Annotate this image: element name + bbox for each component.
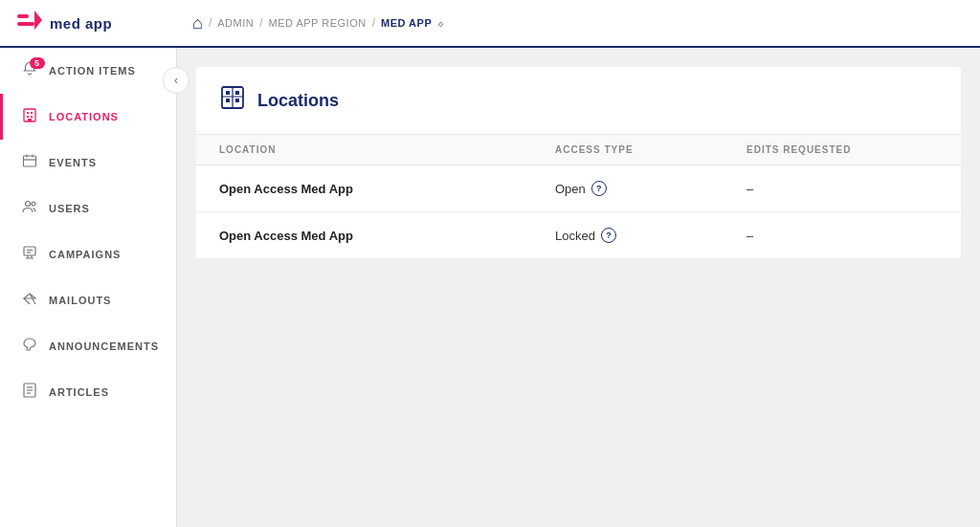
access-type-label-1: Open: [555, 182, 586, 196]
table-header: LOCATION ACCESS TYPE EDITS REQUESTED: [196, 135, 961, 165]
svg-rect-4: [27, 112, 29, 114]
logo-icon: [15, 7, 42, 40]
svg-marker-2: [34, 11, 42, 30]
help-icon-2[interactable]: ?: [601, 228, 616, 243]
logo-area: med app: [15, 7, 192, 40]
table-row: Open Access Med App Open ? –: [196, 165, 961, 212]
users-icon: [20, 199, 39, 218]
sidebar: ‹ Action Items 5: [0, 48, 177, 527]
top-bar: med app ⌂ / ADMIN / MED APP REGION / MED…: [0, 0, 980, 48]
sidebar-item-articles[interactable]: Articles: [0, 369, 176, 415]
main-content: Locations LOCATION ACCESS TYPE EDITS REQ…: [177, 48, 980, 527]
edits-requested-2: –: [746, 229, 938, 243]
building-icon: [20, 107, 39, 126]
svg-rect-27: [235, 91, 239, 95]
sidebar-item-mailouts[interactable]: Mailouts: [0, 277, 176, 323]
sidebar-item-announcements[interactable]: Announcements: [0, 323, 176, 369]
sidebar-label-locations: Locations: [49, 111, 119, 122]
svg-rect-15: [24, 247, 35, 255]
sidebar-item-events[interactable]: Events: [0, 140, 176, 186]
svg-rect-29: [235, 99, 239, 102]
sidebar-label-campaigns: Campaigns: [49, 249, 121, 260]
sidebar-label-mailouts: Mailouts: [49, 295, 111, 306]
breadcrumb: ⌂ / ADMIN / MED APP REGION / MED APP ⬦: [192, 13, 444, 33]
sidebar-label-articles: Articles: [49, 386, 109, 398]
sidebar-label-action-items: Action Items: [49, 65, 136, 77]
svg-rect-6: [27, 116, 29, 118]
mailouts-icon: [20, 291, 39, 310]
location-name-1: Open Access Med App: [219, 182, 555, 196]
calendar-icon: [20, 153, 39, 172]
articles-icon: [20, 383, 39, 402]
svg-rect-28: [226, 99, 230, 102]
locations-table: LOCATION ACCESS TYPE EDITS REQUESTED Ope…: [196, 135, 961, 259]
main-layout: ‹ Action Items 5: [0, 48, 980, 527]
help-icon-1[interactable]: ?: [591, 181, 607, 196]
table-row: Open Access Med App Locked ? –: [196, 212, 961, 259]
access-type-label-2: Locked: [555, 229, 595, 243]
sidebar-label-announcements: Announcements: [49, 340, 159, 352]
access-type-2: Locked ?: [555, 228, 746, 243]
breadcrumb-region[interactable]: MED APP REGION: [269, 17, 367, 29]
svg-rect-7: [31, 116, 33, 118]
col-edits-requested: EDITS REQUESTED: [746, 144, 938, 155]
sidebar-label-users: Users: [49, 203, 90, 214]
svg-rect-0: [17, 14, 29, 18]
card-header: Locations: [196, 67, 961, 135]
action-items-badge: 5: [30, 57, 45, 69]
svg-line-20: [24, 298, 30, 304]
sidebar-item-locations[interactable]: Locations: [0, 94, 176, 140]
breadcrumb-admin[interactable]: ADMIN: [217, 17, 254, 29]
svg-rect-26: [226, 91, 230, 95]
announcements-icon: [20, 337, 39, 356]
access-type-1: Open ?: [555, 181, 746, 196]
breadcrumb-dropdown-icon[interactable]: ⬦: [437, 16, 444, 30]
svg-rect-5: [31, 112, 33, 114]
sidebar-collapse-button[interactable]: ‹: [163, 67, 189, 94]
edits-requested-1: –: [746, 182, 938, 196]
card-title: Locations: [257, 91, 339, 111]
svg-point-14: [32, 202, 35, 206]
sidebar-label-events: Events: [49, 157, 97, 168]
location-name-2: Open Access Med App: [219, 229, 555, 243]
col-access-type: ACCESS TYPE: [555, 144, 746, 155]
col-location: LOCATION: [219, 144, 555, 155]
sidebar-item-action-items[interactable]: Action Items 5: [0, 48, 176, 94]
svg-point-13: [26, 202, 31, 207]
sidebar-item-users[interactable]: Users: [0, 186, 176, 231]
breadcrumb-current: MED APP: [381, 17, 432, 29]
svg-rect-9: [24, 156, 36, 166]
app-logo-text: med app: [50, 15, 112, 32]
locations-header-icon: [219, 84, 246, 117]
svg-rect-8: [28, 119, 32, 121]
sidebar-item-campaigns[interactable]: Campaigns: [0, 231, 176, 277]
locations-card: Locations LOCATION ACCESS TYPE EDITS REQ…: [196, 67, 961, 259]
svg-rect-1: [17, 22, 34, 26]
home-icon[interactable]: ⌂: [192, 13, 203, 33]
campaigns-icon: [20, 245, 39, 264]
